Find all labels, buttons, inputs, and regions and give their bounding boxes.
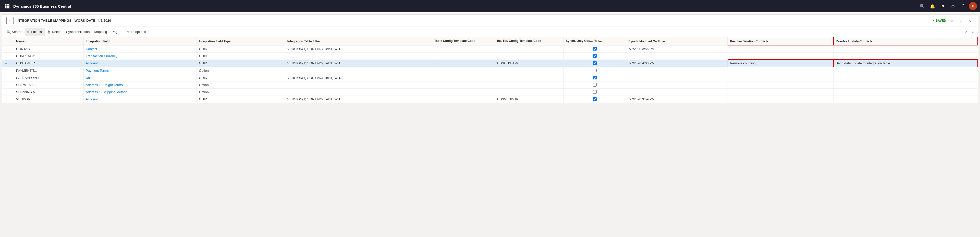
- cell-int-tbl-config-template-code: [495, 45, 563, 52]
- cell-integration-table-filter: [285, 67, 432, 74]
- synch-only-coupled-checkbox[interactable]: [593, 69, 597, 72]
- integration-table-mappings-table: Name↑ Integration Field Integration Fiel…: [2, 37, 978, 103]
- th-int-tbl-config-template-code[interactable]: Int. Tbl. Config Template Code: [495, 37, 563, 45]
- cell-synch-only-coupled-records[interactable]: [563, 52, 626, 59]
- cell-synch-only-coupled-records[interactable]: [563, 89, 626, 95]
- topbar-icons: 🔍 🔔 ⚑ ⚙ ? F: [918, 2, 977, 11]
- cell-integration-table-filter: VERSION(1) SORTING(Field1) WH...: [285, 45, 432, 52]
- table-container: Name↑ Integration Field Integration Fiel…: [2, 37, 978, 103]
- back-button[interactable]: ←: [6, 17, 14, 24]
- cell-integration-field[interactable]: Account: [83, 95, 197, 103]
- page-header: ← INTEGRATION TABLE MAPPINGS | WORK DATE…: [2, 14, 978, 27]
- cell-int-tbl-config-template-code: [495, 88, 563, 95]
- cell-resolve-deletion-conflicts: [728, 95, 834, 103]
- cell-synch-only-coupled-records[interactable]: [563, 45, 626, 52]
- th-resolve-update-conflicts[interactable]: Resolve Update Conflicts: [834, 37, 978, 45]
- th-synch-only-coupled-records[interactable]: Synch. Only Cou... Rec...: [563, 37, 626, 45]
- cell-name: CUSTOMER: [14, 59, 84, 67]
- th-integration-field-type[interactable]: Integration Field Type: [197, 37, 285, 45]
- row-indicator: [2, 88, 14, 95]
- table-row[interactable]: SHIPPING A...Address 1: Shipping MethodO…: [2, 88, 978, 95]
- table-row[interactable]: →⋮CUSTOMERAccountGUIDVERSION(1) SORTING(…: [2, 59, 978, 67]
- th-integration-field[interactable]: Integration Field: [83, 37, 197, 45]
- cell-integration-table-filter: VERSION(1) SORTING(Field1) WH...: [285, 59, 432, 67]
- cell-integration-field-type: Option: [197, 88, 285, 95]
- svg-rect-4: [6, 6, 8, 7]
- synch-only-coupled-checkbox[interactable]: [593, 61, 597, 65]
- cell-integration-field[interactable]: Address 1: Shipping Method: [83, 88, 197, 95]
- cell-name: PAYMENT T...: [14, 67, 84, 74]
- synchronization-button[interactable]: Synchronization: [64, 28, 92, 36]
- table-row[interactable]: SHIPMENT ...Address 1: Freight TermsOpti…: [2, 81, 978, 88]
- waffle-menu-button[interactable]: [3, 2, 11, 10]
- cell-integration-field[interactable]: User: [83, 74, 197, 81]
- cell-resolve-deletion-conflicts: Remove coupling: [728, 59, 834, 67]
- cell-integration-field[interactable]: Contact: [83, 45, 197, 52]
- table-row[interactable]: CURRENCYTransaction CurrencyGUID: [2, 52, 978, 59]
- cell-synch-modified-on-filter: [626, 67, 728, 74]
- flag-icon-btn[interactable]: ⚑: [938, 2, 947, 11]
- help-icon-btn[interactable]: ?: [959, 2, 968, 11]
- th-name[interactable]: Name↑: [14, 37, 84, 45]
- th-table-config-template-code[interactable]: Table Config Template Code: [432, 37, 495, 45]
- cell-int-tbl-config-template-code: [495, 81, 563, 88]
- cell-resolve-update-conflicts: [834, 52, 978, 59]
- cell-synch-only-coupled-records[interactable]: [563, 96, 626, 102]
- mapping-button[interactable]: Mapping: [92, 28, 109, 36]
- synch-only-coupled-checkbox[interactable]: [593, 97, 597, 101]
- synch-only-coupled-checkbox[interactable]: [593, 83, 597, 87]
- synch-only-coupled-checkbox[interactable]: [593, 90, 597, 94]
- user-avatar[interactable]: F: [969, 2, 977, 10]
- table-row[interactable]: PAYMENT T...Payment TermsOption: [2, 67, 978, 74]
- synch-only-coupled-checkbox[interactable]: [593, 54, 597, 58]
- cell-table-config-template-code: [432, 74, 495, 81]
- row-indicator: [2, 81, 14, 88]
- th-integration-table-filter[interactable]: Integration Table Filter: [285, 37, 432, 45]
- cell-name: CURRENCY: [14, 52, 84, 59]
- cell-integration-field-type: GUID: [197, 59, 285, 67]
- cell-synch-only-coupled-records[interactable]: [563, 81, 626, 88]
- cell-resolve-deletion-conflicts: [728, 52, 834, 59]
- open-new-tab-button[interactable]: ⤢: [957, 17, 964, 24]
- th-resolve-deletion-conflicts[interactable]: Resolve Deletion Conflicts: [728, 37, 834, 45]
- table-row[interactable]: VENDORAccountGUIDVERSION(1) SORTING(Fiel…: [2, 95, 978, 103]
- cell-integration-table-filter: [285, 88, 432, 95]
- search-icon-btn[interactable]: 🔍: [918, 2, 927, 11]
- page-title: INTEGRATION TABLE MAPPINGS | WORK DATE: …: [17, 19, 932, 22]
- cell-synch-only-coupled-records[interactable]: [563, 67, 626, 74]
- search-icon: 🔍: [6, 30, 11, 34]
- edit-list-button[interactable]: ✏ Edit List: [25, 28, 45, 36]
- synch-only-coupled-checkbox[interactable]: [593, 76, 597, 80]
- page-button[interactable]: Page: [110, 28, 121, 36]
- cell-int-tbl-config-template-code: CDSCUSTOME: [495, 59, 563, 67]
- table-row[interactable]: CONTACTContactGUIDVERSION(1) SORTING(Fie…: [2, 45, 978, 52]
- search-button[interactable]: 🔍 Search: [4, 28, 24, 36]
- more-options-button[interactable]: More options: [125, 28, 148, 36]
- synch-only-coupled-checkbox[interactable]: [593, 47, 597, 51]
- view-button[interactable]: ≡: [969, 28, 976, 36]
- cell-integration-field[interactable]: Payment Terms: [83, 67, 197, 74]
- bookmark-button[interactable]: ☆: [948, 17, 955, 24]
- cell-resolve-deletion-conflicts: [728, 88, 834, 95]
- filter-button[interactable]: ▽: [963, 28, 969, 36]
- cell-resolve-update-conflicts: [834, 88, 978, 95]
- collapse-button[interactable]: ⤡: [966, 17, 974, 24]
- settings-icon-btn[interactable]: ⚙: [948, 2, 958, 11]
- cell-resolve-deletion-conflicts: [728, 74, 834, 81]
- delete-button[interactable]: 🗑 Delete: [45, 28, 64, 36]
- cell-integration-field-type: Option: [197, 81, 285, 88]
- row-indicator: →⋮: [2, 59, 14, 67]
- row-context-menu-icon[interactable]: ⋮: [8, 62, 12, 65]
- th-indicator: [2, 37, 14, 45]
- cell-table-config-template-code: [432, 59, 495, 67]
- cell-synch-only-coupled-records[interactable]: [563, 74, 626, 81]
- th-synch-modified-on-filter[interactable]: Synch. Modified On Filter: [626, 37, 728, 45]
- cell-integration-field[interactable]: Transaction Currency: [83, 52, 197, 59]
- notification-icon-btn[interactable]: 🔔: [928, 2, 937, 11]
- table-row[interactable]: SALESPEOPLEUserGUIDVERSION(1) SORTING(Fi…: [2, 74, 978, 81]
- cell-integration-field-type: GUID: [197, 45, 285, 52]
- cell-synch-only-coupled-records[interactable]: [563, 60, 626, 67]
- cell-synch-modified-on-filter: 7/7/2020 3:59 PM: [626, 95, 728, 103]
- cell-integration-field[interactable]: Address 1: Freight Terms: [83, 81, 197, 88]
- cell-integration-field[interactable]: Account: [83, 59, 197, 67]
